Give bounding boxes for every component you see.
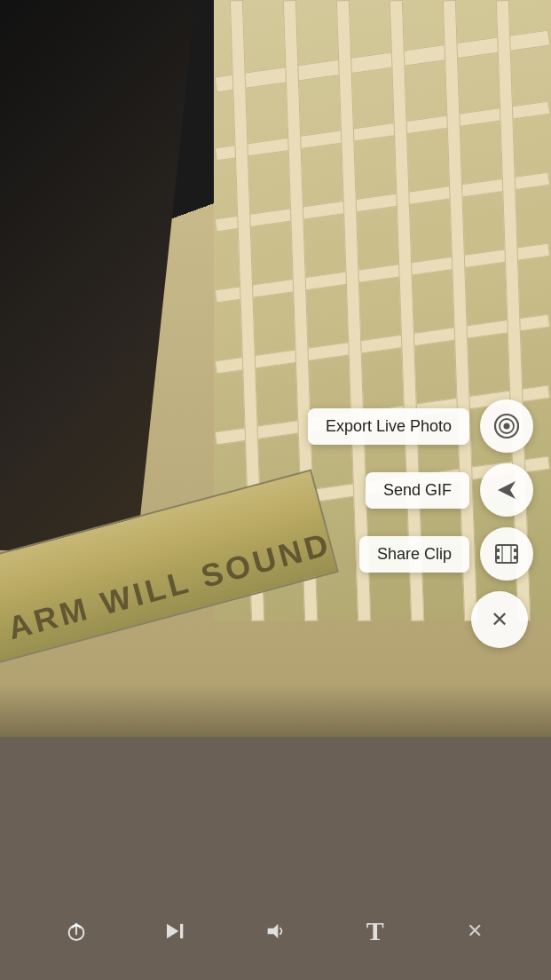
- text-icon: T: [366, 916, 384, 946]
- live-photo-icon: [492, 412, 521, 440]
- svg-rect-12: [180, 924, 183, 939]
- text-toolbar-button[interactable]: T: [353, 909, 398, 953]
- svg-rect-8: [514, 556, 517, 559]
- svg-rect-4: [496, 545, 517, 563]
- railing-bar: [215, 314, 550, 375]
- toolbar-row: T ✕: [0, 737, 551, 980]
- svg-marker-3: [498, 481, 516, 499]
- railing-bar: [215, 243, 550, 304]
- bottom-toolbar: T ✕: [0, 737, 551, 980]
- send-gif-row: Send GIF: [366, 463, 533, 517]
- photo-area: ARM WILL SOUND Export Live Photo Send GI…: [0, 0, 551, 737]
- svg-point-2: [504, 423, 510, 430]
- share-clip-icon-button[interactable]: [480, 527, 533, 581]
- export-live-photo-row: Export Live Photo: [308, 399, 533, 453]
- svg-rect-9: [502, 545, 511, 563]
- photo-scrim: [0, 684, 551, 737]
- action-buttons-overlay: Export Live Photo Send GIF Sha: [308, 399, 533, 648]
- live-photo-icon-button[interactable]: [480, 399, 533, 453]
- send-icon: [494, 478, 519, 502]
- svg-rect-6: [496, 556, 500, 559]
- share-icon: [63, 918, 90, 944]
- svg-rect-7: [514, 549, 517, 552]
- share-toolbar-button[interactable]: [54, 909, 98, 953]
- sound-toolbar-button[interactable]: [253, 909, 297, 953]
- share-clip-row: Share Clip: [359, 527, 533, 581]
- railing-bar: [215, 172, 550, 233]
- send-gif-icon-button[interactable]: [480, 463, 533, 517]
- film-icon: [493, 541, 520, 567]
- svg-marker-13: [268, 924, 279, 939]
- sound-icon: [262, 918, 288, 944]
- export-live-photo-button[interactable]: Export Live Photo: [308, 408, 469, 445]
- svg-marker-11: [167, 924, 178, 939]
- close-toolbar-button[interactable]: ✕: [453, 909, 497, 953]
- share-clip-button[interactable]: Share Clip: [359, 536, 469, 573]
- close-icon: ✕: [467, 920, 483, 943]
- close-icon: ✕: [491, 607, 508, 632]
- skip-toolbar-button[interactable]: [153, 909, 198, 953]
- send-gif-button[interactable]: Send GIF: [366, 472, 469, 509]
- skip-icon: [162, 918, 189, 944]
- close-actions-button[interactable]: ✕: [471, 591, 528, 648]
- svg-rect-5: [496, 549, 500, 552]
